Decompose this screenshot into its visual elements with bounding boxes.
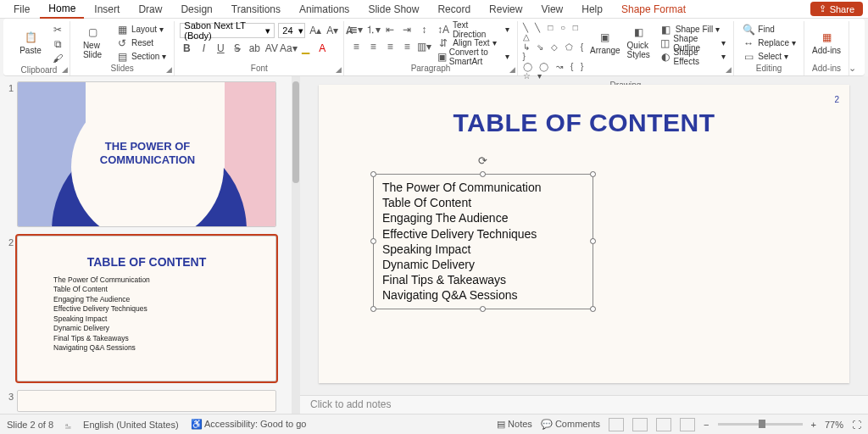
- status-spellcheck-icon[interactable]: ⎁: [65, 420, 71, 430]
- addins-button[interactable]: ▦Add-ins: [810, 23, 843, 62]
- resize-handle[interactable]: [590, 238, 596, 244]
- sorter-view-icon[interactable]: [632, 418, 648, 431]
- arrange-icon: ▣: [598, 31, 612, 44]
- font-name-combo[interactable]: Sabon Next LT (Body)▾: [180, 23, 275, 38]
- shape-outline-icon: ◫: [659, 36, 671, 50]
- copy-icon[interactable]: ⧉: [51, 37, 64, 51]
- numbering-icon[interactable]: ⒈▾: [366, 23, 380, 36]
- notes-pane[interactable]: Click to add notes: [300, 395, 868, 414]
- slideshow-view-icon[interactable]: [680, 418, 695, 431]
- status-bar: Slide 2 of 8 ⎁ English (United States) ♿…: [0, 414, 868, 434]
- fit-window-icon[interactable]: ⛶: [852, 420, 861, 430]
- resize-handle[interactable]: [480, 306, 486, 312]
- quick-styles-button[interactable]: ◧Quick Styles: [624, 23, 654, 62]
- tab-view[interactable]: View: [532, 1, 571, 18]
- change-case-icon[interactable]: Aa▾: [281, 42, 295, 55]
- zoom-level[interactable]: 77%: [825, 420, 843, 430]
- replace-button[interactable]: ↔Replace ▾: [739, 36, 798, 49]
- share-button[interactable]: ⇪Share: [810, 2, 863, 16]
- zoom-slider[interactable]: [718, 423, 803, 426]
- tab-slideshow[interactable]: Slide Show: [359, 1, 427, 18]
- new-slide-button[interactable]: ▢New Slide: [75, 23, 109, 62]
- decrease-font-icon[interactable]: A▾: [326, 24, 339, 37]
- font-size-combo[interactable]: 24▾: [278, 23, 305, 38]
- layout-button[interactable]: ▦Layout ▾: [113, 23, 169, 36]
- italic-icon[interactable]: I: [197, 42, 210, 55]
- find-button[interactable]: 🔍Find: [739, 23, 776, 36]
- tab-animations[interactable]: Animations: [291, 1, 358, 18]
- textbox-content[interactable]: The Power Of CommunicationTable Of Conte…: [374, 175, 593, 309]
- status-language[interactable]: English (United States): [83, 420, 179, 430]
- drawing-launcher-icon[interactable]: ◢: [726, 65, 732, 74]
- font-launcher-icon[interactable]: ◢: [336, 65, 342, 74]
- tab-design[interactable]: Design: [172, 1, 220, 18]
- font-color-icon[interactable]: A: [315, 42, 329, 55]
- resize-handle[interactable]: [480, 171, 486, 177]
- reading-view-icon[interactable]: [656, 418, 671, 431]
- increase-font-icon[interactable]: A▴: [309, 24, 322, 37]
- selected-textbox[interactable]: ⟳ The Power Of CommunicationTable Of Con…: [373, 174, 593, 309]
- resize-handle[interactable]: [590, 306, 596, 312]
- comments-toggle[interactable]: 💬 Comments: [541, 419, 600, 430]
- paste-button[interactable]: 📋Paste: [14, 23, 47, 62]
- highlight-icon[interactable]: ▁: [298, 42, 312, 55]
- text-direction-button[interactable]: ↕AText Direction ▾: [434, 23, 511, 36]
- reset-button[interactable]: ↺Reset: [113, 36, 169, 49]
- resize-handle[interactable]: [370, 306, 376, 312]
- columns-icon[interactable]: ▥▾: [417, 40, 431, 53]
- shape-effects-button[interactable]: ◐Shape Effects ▾: [657, 50, 729, 63]
- strike-icon[interactable]: S̶: [231, 42, 244, 55]
- slide-page-number: 2: [834, 95, 839, 104]
- slide-thumbnail-2[interactable]: TABLE OF CONTENT The Power Of Communicat…: [17, 236, 276, 381]
- resize-handle[interactable]: [590, 171, 596, 177]
- underline-icon[interactable]: U: [214, 42, 227, 55]
- group-addins: ▦Add-ins Add-ins: [804, 21, 849, 75]
- justify-icon[interactable]: ≡: [400, 40, 414, 53]
- new-slide-icon: ▢: [86, 25, 99, 39]
- tab-record[interactable]: Record: [429, 1, 479, 18]
- tab-insert[interactable]: Insert: [86, 1, 128, 18]
- bold-icon[interactable]: B: [180, 42, 193, 55]
- smartart-button[interactable]: ▣Convert to SmartArt ▾: [434, 50, 511, 63]
- spacing-icon[interactable]: AV: [264, 42, 278, 55]
- clipboard-launcher-icon[interactable]: ◢: [62, 65, 68, 74]
- format-painter-icon[interactable]: 🖌: [51, 52, 64, 65]
- zoom-out-icon[interactable]: −: [704, 420, 709, 430]
- tab-shape-format[interactable]: Shape Format: [613, 1, 694, 18]
- indent-inc-icon[interactable]: ⇥: [400, 23, 414, 36]
- resize-handle[interactable]: [370, 171, 376, 177]
- tab-review[interactable]: Review: [481, 1, 531, 18]
- zoom-in-icon[interactable]: +: [811, 420, 816, 430]
- arrange-button[interactable]: ▣Arrange: [590, 23, 620, 62]
- tab-file[interactable]: File: [5, 1, 38, 18]
- slide-canvas[interactable]: 2 TABLE OF CONTENT ⟳ The Power Of Commun…: [319, 85, 849, 383]
- reset-icon: ↺: [115, 36, 129, 50]
- section-button[interactable]: ▤Section ▾: [113, 50, 169, 63]
- normal-view-icon[interactable]: [609, 418, 624, 431]
- resize-handle[interactable]: [370, 238, 376, 244]
- shapes-gallery[interactable]: ╲ ╲ □ ○ □ △↳ ⇘ ◇ ⬠ { }◯ ◯ ↝ { } ☆ ▾: [523, 23, 587, 81]
- slides-launcher-icon[interactable]: ◢: [166, 65, 172, 74]
- slide-thumbnail-1[interactable]: THE POWER OF COMMUNICATION: [17, 81, 276, 227]
- tab-help[interactable]: Help: [573, 1, 611, 18]
- tab-transitions[interactable]: Transitions: [223, 1, 289, 18]
- notes-toggle[interactable]: ▤ Notes: [497, 419, 532, 430]
- align-left-icon[interactable]: ≡: [349, 40, 363, 53]
- collapse-ribbon-icon[interactable]: ⌄: [849, 63, 856, 74]
- cut-icon[interactable]: ✂: [51, 23, 64, 36]
- tab-home[interactable]: Home: [40, 0, 84, 19]
- status-accessibility[interactable]: ♿ Accessibility: Good to go: [191, 419, 307, 430]
- slide-thumbnail-3[interactable]: [17, 390, 276, 412]
- align-center-icon[interactable]: ≡: [366, 40, 380, 53]
- select-button[interactable]: ▭Select ▾: [739, 50, 791, 63]
- rotate-handle-icon[interactable]: ⟳: [478, 154, 487, 167]
- line-spacing-icon[interactable]: ↕: [417, 23, 431, 36]
- paragraph-launcher-icon[interactable]: ◢: [509, 65, 515, 74]
- thumbnails-scrollbar[interactable]: [292, 76, 300, 414]
- tab-draw[interactable]: Draw: [130, 1, 170, 18]
- align-right-icon[interactable]: ≡: [383, 40, 397, 53]
- bullets-icon[interactable]: ≣▾: [349, 23, 363, 36]
- shadow-icon[interactable]: ab: [248, 42, 261, 55]
- indent-dec-icon[interactable]: ⇤: [383, 23, 397, 36]
- quick-styles-icon: ◧: [632, 25, 645, 39]
